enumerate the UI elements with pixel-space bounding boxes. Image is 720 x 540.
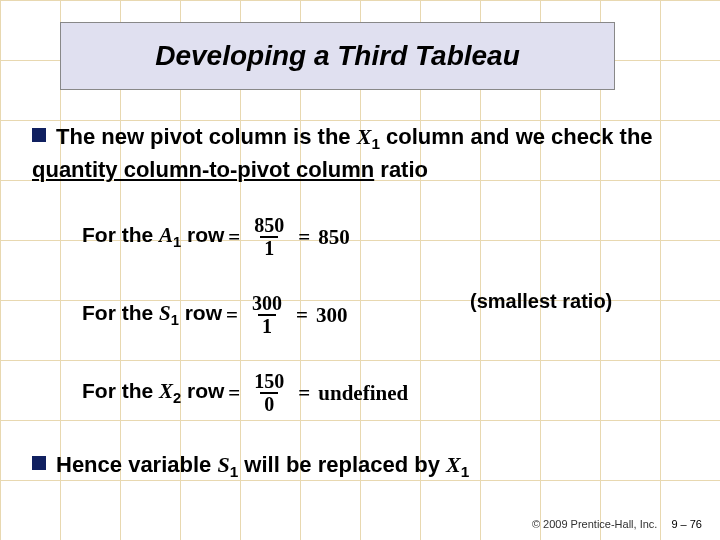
text: For the xyxy=(82,223,159,246)
text: row xyxy=(181,223,224,246)
text: row xyxy=(179,301,222,324)
bullet-item-2: Hence variable S1 will be replaced by X1 xyxy=(32,452,672,481)
var-x: X xyxy=(357,124,372,149)
var-x-sub: 1 xyxy=(461,463,470,480)
equals-sign: = xyxy=(298,381,310,406)
footer: © 2009 Prentice-Hall, Inc. 9 – 76 xyxy=(532,518,702,530)
ratio-row: For the A1 row = 850 1 = 850 xyxy=(82,208,642,266)
ratio-rows: For the A1 row = 850 1 = 850 For the S1 … xyxy=(82,208,642,442)
row-label: For the X2 row xyxy=(82,379,224,406)
copyright-text: © 2009 Prentice-Hall, Inc. xyxy=(532,518,658,530)
equals-sign: = xyxy=(296,303,308,328)
fraction: 850 1 xyxy=(250,215,288,259)
var: S xyxy=(159,301,171,325)
numerator: 300 xyxy=(248,293,286,314)
text: Hence variable xyxy=(56,452,217,477)
equals-sign: = xyxy=(226,303,238,328)
bullet-item-1: The new pivot column is the X1 column an… xyxy=(32,122,672,185)
ratio-row: For the X2 row = 150 0 = undefined xyxy=(82,364,642,422)
text: column and we check the xyxy=(380,124,653,149)
bullet-marker-icon xyxy=(32,128,46,142)
denominator: 1 xyxy=(258,314,276,337)
result: undefined xyxy=(318,381,408,406)
underlined-phrase: quantity column-to-pivot column xyxy=(32,157,374,182)
result: 850 xyxy=(318,225,350,250)
var-x-sub: 1 xyxy=(371,135,380,152)
slide-content: Developing a Third Tableau The new pivot… xyxy=(0,0,720,540)
text: For the xyxy=(82,301,159,324)
var-s-sub: 1 xyxy=(230,463,239,480)
var-sub: 2 xyxy=(173,391,181,407)
numerator: 150 xyxy=(250,371,288,392)
bullet-marker-icon xyxy=(32,456,46,470)
result: 300 xyxy=(316,303,348,328)
text: row xyxy=(181,379,224,402)
fraction: 150 0 xyxy=(250,371,288,415)
equals-sign: = xyxy=(228,225,240,250)
var-sub: 1 xyxy=(173,235,181,251)
var-x: X xyxy=(446,452,461,477)
equals-sign: = xyxy=(298,225,310,250)
denominator: 0 xyxy=(260,392,278,415)
text: will be replaced by xyxy=(238,452,446,477)
denominator: 1 xyxy=(260,236,278,259)
equals-sign: = xyxy=(228,381,240,406)
text: The new pivot column is the xyxy=(56,124,357,149)
page-number: 9 – 76 xyxy=(671,518,702,530)
numerator: 850 xyxy=(250,215,288,236)
var-s: S xyxy=(217,452,229,477)
text: ratio xyxy=(374,157,428,182)
row-label: For the S1 row xyxy=(82,301,222,328)
slide-title: Developing a Third Tableau xyxy=(155,40,520,72)
var: A xyxy=(159,223,173,247)
row-label: For the A1 row xyxy=(82,223,224,250)
text: For the xyxy=(82,379,159,402)
fraction: 300 1 xyxy=(248,293,286,337)
var: X xyxy=(159,379,173,403)
title-box: Developing a Third Tableau xyxy=(60,22,615,90)
var-sub: 1 xyxy=(171,313,179,329)
smallest-ratio-note: (smallest ratio) xyxy=(470,290,612,313)
